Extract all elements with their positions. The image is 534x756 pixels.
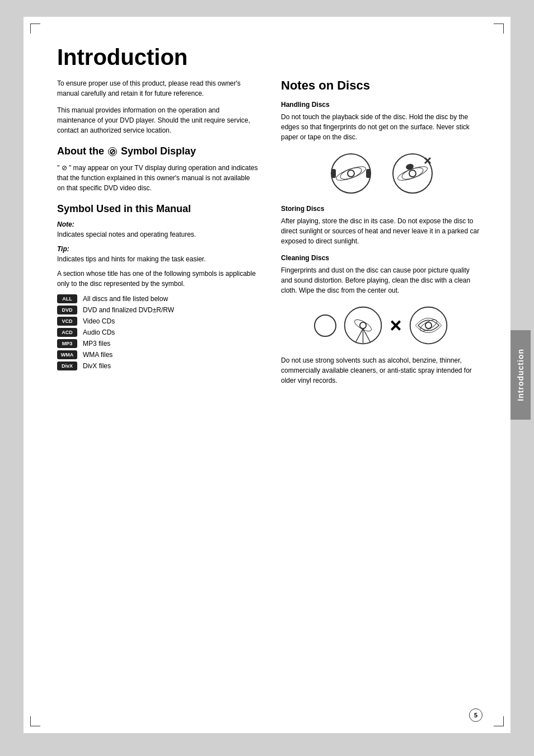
svg-line-16: [356, 328, 363, 342]
symbol-badge: ALL: [57, 294, 77, 303]
handling-subtitle: Handling Discs: [281, 101, 483, 109]
symbol-badge: WMA: [57, 350, 77, 359]
page: Introduction 5 Introduction To ensure pr…: [24, 17, 510, 733]
left-column: To ensure proper use of this product, pl…: [57, 78, 259, 705]
side-tab-label: Introduction: [516, 349, 525, 401]
symbol-item: MP3MP3 files: [57, 339, 259, 348]
tip-label: Tip:: [57, 245, 259, 253]
correct-symbol: [314, 314, 336, 337]
cleaning-subtitle: Cleaning Discs: [281, 254, 483, 262]
symbol-badge: ACD: [57, 328, 77, 337]
content-area: To ensure proper use of this product, pl…: [57, 78, 483, 705]
about-section-title: About the ⊘ Symbol Display: [57, 145, 259, 157]
disc-good-icon: [329, 151, 373, 196]
main-title: Introduction: [57, 45, 483, 69]
symbol-badge: DVD: [57, 306, 77, 314]
symbol-text: DVD and finalized DVD±R/RW: [83, 306, 174, 314]
svg-point-14: [360, 322, 366, 328]
cleaning-disc-good: [342, 304, 384, 346]
symbol-text: Audio CDs: [83, 328, 115, 336]
symbol-item: WMAWMA files: [57, 350, 259, 359]
symbol-text: MP3 files: [83, 340, 110, 348]
intro-paragraph-2: This manual provides information on the …: [57, 105, 259, 135]
svg-point-7: [409, 170, 416, 177]
symbol-text: DivX files: [83, 362, 111, 370]
svg-point-10: [405, 163, 414, 170]
symbol-item: DivXDivX files: [57, 361, 259, 370]
symbol-badge: MP3: [57, 339, 77, 348]
corner-br: [494, 716, 504, 726]
symbol-text: Video CDs: [83, 317, 115, 325]
corner-tr: [494, 24, 504, 34]
symbol-item: DVDDVD and finalized DVD±R/RW: [57, 306, 259, 314]
tip-body: Indicates tips and hints for making the …: [57, 254, 259, 264]
svg-point-3: [335, 164, 367, 183]
corner-bl: [30, 716, 40, 726]
symbol-item: ACDAudio CDs: [57, 328, 259, 337]
svg-point-20: [425, 322, 431, 328]
cleaning-bottom-text: Do not use strong solvents such as alcoh…: [281, 355, 483, 386]
storing-body: After playing, store the disc in its cas…: [281, 216, 483, 246]
svg-point-0: [331, 154, 371, 193]
cleaning-disc-bad: [407, 304, 449, 346]
x-symbol: ×: [390, 314, 401, 337]
disc-handling-illustration: [281, 151, 483, 196]
symbol-item: ALLAll discs and file listed below: [57, 294, 259, 303]
svg-point-1: [348, 170, 354, 177]
symbol-text: WMA files: [83, 351, 113, 359]
handling-body: Do not touch the playback side of the di…: [281, 112, 483, 142]
side-tab: Introduction: [510, 330, 531, 420]
symbol-badge: VCD: [57, 317, 77, 326]
svg-rect-5: [366, 169, 371, 178]
page-number: 5: [469, 708, 483, 722]
note-label: Note:: [57, 220, 259, 228]
page-wrapper: Introduction 5 Introduction To ensure pr…: [0, 0, 534, 756]
about-section-body: " ⊘ " may appear on your TV display duri…: [57, 163, 259, 193]
slash-symbol: ⊘: [108, 147, 117, 156]
intro-paragraph-1: To ensure proper use of this product, pl…: [57, 78, 259, 98]
symbol-item: VCDVideo CDs: [57, 317, 259, 326]
symbol-list: ALLAll discs and file listed belowDVDDVD…: [57, 294, 259, 370]
cleaning-body: Fingerprints and dust on the disc can ca…: [281, 265, 483, 295]
storing-subtitle: Storing Discs: [281, 205, 483, 213]
disc-bad-icon: [390, 151, 435, 196]
notes-on-discs-title: Notes on Discs: [281, 78, 483, 93]
symbol-intro-text: A section whose title has one of the fol…: [57, 269, 259, 289]
symbol-section-title: Symbol Used in this Manual: [57, 203, 259, 215]
svg-rect-4: [331, 169, 336, 178]
symbol-badge: DivX: [57, 361, 77, 370]
symbol-text: All discs and file listed below: [83, 295, 168, 303]
disc-cleaning-illustration: ×: [281, 304, 483, 346]
right-column: Notes on Discs Handling Discs Do not tou…: [281, 78, 483, 705]
note-body: Indicates special notes and operating fe…: [57, 229, 259, 240]
svg-point-2: [339, 166, 363, 182]
corner-tl: [30, 24, 40, 34]
